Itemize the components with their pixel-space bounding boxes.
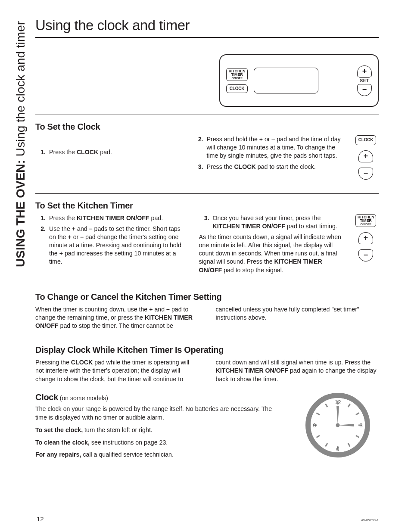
rule [35, 285, 379, 285]
clock-button-icon: CLOCK [226, 84, 248, 93]
heading-set-clock: To Set the Clock [35, 122, 379, 132]
analog-clock-icon: 12 3 6 9 [305, 393, 370, 457]
step: Press the CLOCK pad. [47, 148, 188, 156]
minus-button-icon: − [358, 168, 373, 180]
heading-change-cancel: To Change or Cancel the Kitchen Timer Se… [35, 292, 379, 302]
minus-button-icon: − [358, 249, 373, 261]
svg-text:9: 9 [313, 422, 316, 428]
step: Press the KITCHEN TIMER ON/OFF pad. [47, 214, 182, 222]
clock-models-sub: (on some models) [58, 395, 108, 401]
kitchen-timer-button-icon: KITCHEN TIMER ON/OFF [355, 214, 376, 227]
heading-display-while: Display Clock While Kitchen Timer Is Ope… [35, 345, 379, 355]
title-rule [35, 37, 379, 38]
document-number: 49-85209-1 [361, 518, 379, 522]
clock-button-icon: CLOCK [355, 135, 376, 145]
kitchen-timer-button-icon: KITCHEN TIMER ON/OFF [226, 68, 248, 81]
step: Press and hold the + or – pad and the ti… [205, 135, 346, 160]
step: Press the CLOCK pad to start the clock. [205, 163, 346, 171]
display-window-icon [254, 68, 318, 93]
svg-text:12: 12 [334, 398, 341, 405]
heading-clock-models: Clock [35, 392, 58, 402]
display-while-body: Pressing the CLOCK pad while the timer i… [35, 358, 379, 383]
set-clock-steps: Press the CLOCK pad. Press and hold the … [35, 135, 345, 171]
control-panel-illustration: KITCHEN TIMER ON/OFF CLOCK + SET − [219, 54, 379, 107]
side-tab-light: Using the clock and timer [14, 21, 27, 156]
page-number: 12 [37, 515, 44, 523]
side-tab: USING THE OVEN: Using the clock and time… [14, 21, 28, 267]
plus-button-icon: + [358, 232, 373, 244]
page-title: Using the clock and timer [35, 17, 379, 36]
minus-button-icon: − [357, 84, 372, 96]
svg-text:6: 6 [336, 446, 339, 452]
svg-text:3: 3 [359, 422, 363, 428]
step: Use the + and – pads to set the timer. S… [47, 225, 182, 266]
svg-point-20 [336, 423, 340, 427]
plus-button-icon: + [357, 65, 372, 78]
plus-button-icon: + [358, 150, 373, 162]
side-tab-bold: USING THE OVEN: [14, 156, 27, 267]
heading-set-timer: To Set the Kitchen Timer [35, 201, 379, 211]
change-cancel-body: When the timer is counting down, use the… [35, 305, 379, 330]
step: Once you have set your timer, press the … [211, 214, 346, 230]
rule [35, 338, 379, 338]
set-label: SET [360, 78, 369, 83]
rule [35, 115, 379, 115]
timer-trail: As the timer counts down, a signal will … [199, 233, 346, 274]
rule [35, 193, 379, 194]
clock-models-p1: The clock on your range is powered by th… [35, 404, 280, 422]
